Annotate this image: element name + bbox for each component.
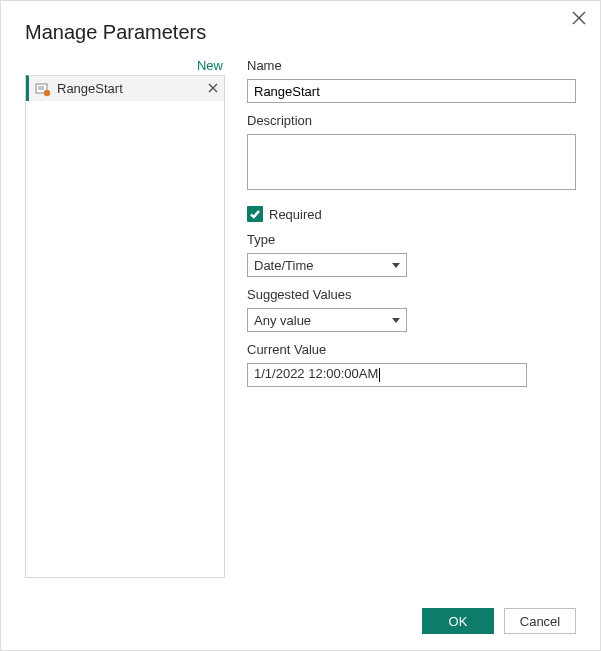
required-checkbox[interactable] (247, 206, 263, 222)
required-label: Required (269, 207, 322, 222)
current-value-text: 1/1/2022 12:00:00AM (254, 366, 378, 381)
suggested-values-select[interactable]: Any value (247, 308, 407, 332)
name-input[interactable] (247, 79, 576, 103)
current-value-input[interactable]: 1/1/2022 12:00:00AM (247, 363, 527, 387)
chevron-down-icon (392, 318, 400, 323)
delete-parameter-icon[interactable] (208, 81, 218, 96)
type-select-value: Date/Time (254, 258, 313, 273)
parameter-form: Name Description Required Type Date/Time… (247, 58, 576, 578)
name-label: Name (247, 58, 576, 73)
description-input[interactable] (247, 134, 576, 190)
parameter-icon (35, 81, 51, 97)
svg-point-5 (44, 89, 50, 95)
suggested-values-select-value: Any value (254, 313, 311, 328)
type-select[interactable]: Date/Time (247, 253, 407, 277)
cancel-button[interactable]: Cancel (504, 608, 576, 634)
type-label: Type (247, 232, 576, 247)
description-label: Description (247, 113, 576, 128)
new-parameter-link[interactable]: New (197, 58, 223, 73)
close-icon[interactable] (572, 11, 586, 28)
suggested-values-label: Suggested Values (247, 287, 576, 302)
manage-parameters-dialog: Manage Parameters New RangeStart (1, 1, 600, 650)
parameter-sidebar: New RangeStart (25, 58, 225, 578)
dialog-title: Manage Parameters (25, 21, 576, 44)
text-cursor (379, 368, 380, 382)
parameter-list-item-label: RangeStart (57, 81, 208, 96)
parameter-list-item[interactable]: RangeStart (26, 75, 224, 101)
chevron-down-icon (392, 263, 400, 268)
ok-button[interactable]: OK (422, 608, 494, 634)
current-value-label: Current Value (247, 342, 576, 357)
